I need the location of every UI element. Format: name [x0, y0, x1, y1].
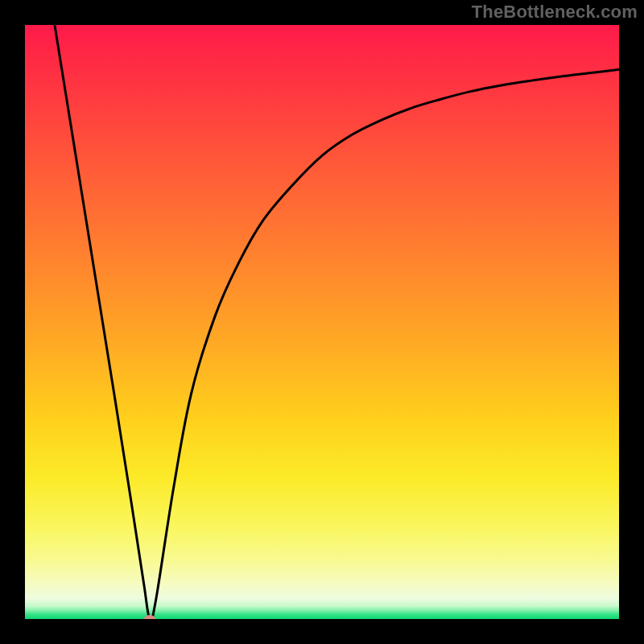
- curve-svg: [25, 25, 619, 619]
- minimum-marker: [144, 615, 155, 619]
- watermark-text: TheBottleneck.com: [472, 2, 638, 23]
- chart-frame: TheBottleneck.com: [0, 0, 644, 644]
- bottleneck-curve: [55, 25, 619, 619]
- plot-area: [25, 25, 619, 619]
